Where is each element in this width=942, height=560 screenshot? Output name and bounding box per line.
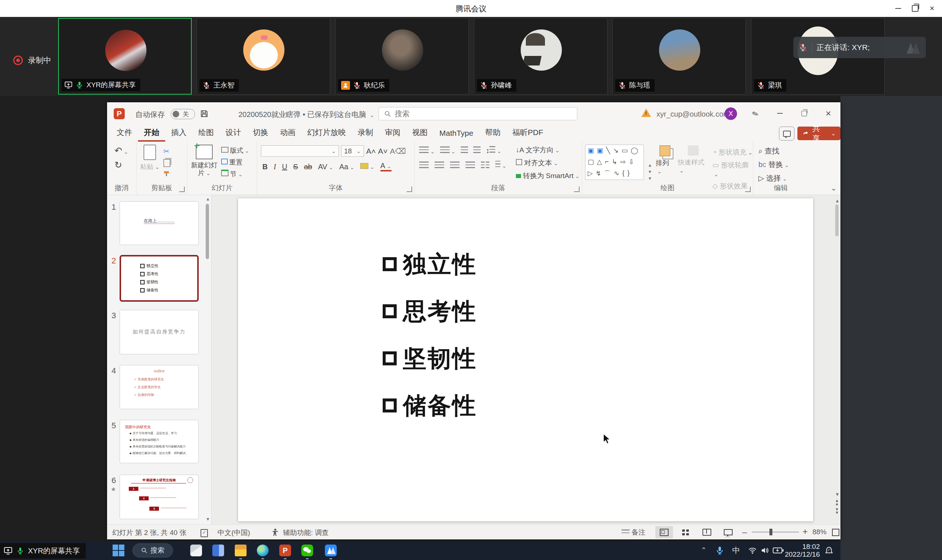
shapes-gallery[interactable]: ▣▣ ╲↘ ▭◯ ▢△ ⌐↳ ⇨⇩ ▷↯ ⌒∿ — [585, 145, 644, 180]
tab-foxit-pdf[interactable]: 福昕PDF — [506, 127, 549, 142]
justify-button[interactable] — [465, 162, 475, 169]
comments-button[interactable] — [779, 126, 794, 140]
screen-share-badge[interactable]: XYR的屏幕共享 — [0, 543, 86, 558]
tab-mathtype[interactable]: MathType — [434, 129, 479, 142]
slide-canvas[interactable]: 独立性 思考性 坚韧性 储备性 — [238, 198, 813, 522]
align-right-button[interactable] — [450, 162, 460, 169]
highlight-button[interactable] — [360, 163, 375, 170]
reading-view-button[interactable] — [698, 526, 716, 538]
tab-insert[interactable]: 插入 — [165, 127, 192, 142]
tab-help[interactable]: 帮助 — [479, 127, 506, 142]
document-title[interactable]: 20200520就业瞎弹 • 已保存到这台电脑 — [239, 110, 374, 120]
scroll-up-icon[interactable]: ▲ — [206, 197, 210, 202]
shape-outline-button[interactable]: ▭ 形状轮廓 — [713, 160, 753, 178]
next-slide-button[interactable]: ▼▼ — [835, 508, 839, 514]
select-button[interactable]: ▷ 选择 — [758, 173, 808, 183]
redo-button[interactable]: ↻ — [114, 160, 136, 170]
canvas-scrollbar[interactable]: ▲ ▼ ▲▲ ▼▼ — [834, 195, 840, 518]
participant-tile[interactable]: 陈与瑶 — [612, 18, 746, 95]
tab-transitions[interactable]: 切换 — [247, 127, 274, 142]
taskbar-search[interactable]: 搜索 — [132, 543, 173, 557]
tab-slideshow[interactable]: 幻灯片放映 — [302, 127, 352, 142]
collapse-ribbon-button[interactable]: ⌄ — [831, 184, 837, 192]
ime-indicator[interactable]: 中 — [732, 545, 740, 555]
slide-thumbnail-5[interactable]: 我眼中的研究生 关于与导师沟通、适应生活、学习 具有较强的编程能力 具有自我较强… — [120, 420, 199, 463]
font-size-combo[interactable]: 18 — [341, 145, 364, 157]
taskbar-clock[interactable]: 18:02 2022/12/16 — [783, 543, 820, 558]
share-button[interactable]: 共享 ⌄ — [797, 126, 840, 140]
slide-sorter-button[interactable] — [677, 526, 694, 538]
panel-scrollbar[interactable]: ▲ ▼ — [205, 197, 210, 523]
minimize-button[interactable] — [890, 0, 907, 17]
list-level-button[interactable] — [495, 161, 507, 169]
tab-file[interactable]: 文件 — [111, 127, 138, 142]
undo-button[interactable]: ↶ — [114, 145, 136, 156]
tencent-meeting-icon[interactable] — [325, 545, 337, 556]
scroll-down-icon[interactable]: ▼ — [206, 517, 210, 522]
tab-draw[interactable]: 绘图 — [192, 127, 220, 142]
zoom-slider-thumb[interactable] — [770, 529, 773, 535]
ribbon-display-options-icon[interactable]: ✎ — [751, 109, 760, 120]
participant-tile[interactable]: XYR的屏幕共享 — [58, 18, 192, 95]
language-indicator[interactable]: 中文(中国) — [217, 528, 250, 538]
dialog-launcher-icon[interactable] — [574, 186, 580, 192]
participant-tile[interactable]: 孙啸峰 — [474, 18, 608, 95]
start-button[interactable] — [112, 545, 125, 556]
text-direction-button[interactable]: ↓A 文字方向 — [516, 145, 580, 155]
tab-record[interactable]: 录制 — [352, 127, 379, 142]
slide-thumbnail-2[interactable]: 独立性 思考性 坚韧性 储备性 — [120, 255, 199, 302]
change-case-button[interactable]: Aa — [339, 163, 354, 171]
paste-button[interactable]: 粘贴 — [140, 145, 160, 177]
clear-formatting-button[interactable]: A⌫ — [390, 147, 406, 155]
tab-home[interactable]: 开始 — [138, 127, 165, 142]
notes-button[interactable]: 备注 — [622, 528, 645, 537]
close-button[interactable]: × — [924, 0, 940, 17]
widgets-icon[interactable] — [212, 545, 224, 556]
align-text-button[interactable]: 对齐文本 — [516, 158, 580, 168]
spellcheck-icon[interactable]: ✓ — [200, 528, 208, 537]
scroll-down-icon[interactable]: ▼ — [835, 492, 840, 497]
edge-browser-icon[interactable] — [257, 545, 269, 556]
ppt-close-button[interactable]: × — [820, 105, 836, 122]
zoom-slider-track[interactable] — [752, 532, 799, 532]
search-box[interactable]: 搜索 — [379, 107, 577, 120]
italic-button[interactable]: I — [273, 163, 276, 171]
tray-expand-icon[interactable]: ⌃ — [701, 546, 706, 554]
section-button[interactable]: 节 — [221, 169, 249, 178]
strikethrough-button[interactable]: ab — [304, 163, 312, 171]
shrink-font-button[interactable]: A˅ — [378, 147, 388, 155]
powerpoint-taskbar-icon[interactable]: P — [279, 545, 291, 556]
shadow-button[interactable]: S — [293, 163, 298, 171]
dialog-launcher-icon[interactable] — [745, 186, 751, 192]
align-left-button[interactable] — [419, 162, 429, 169]
dialog-launcher-icon[interactable] — [179, 186, 185, 192]
ppt-minimize-button[interactable] — [772, 105, 788, 122]
scrollbar-thumb[interactable] — [206, 204, 209, 259]
wifi-icon[interactable] — [748, 546, 757, 555]
tray-mic-icon[interactable] — [715, 545, 725, 555]
dialog-launcher-icon[interactable] — [406, 186, 412, 192]
cut-button[interactable]: ✂ — [163, 147, 171, 155]
file-explorer-icon[interactable] — [235, 545, 246, 556]
find-button[interactable]: ⌕ 查找 — [758, 146, 808, 156]
bullets-button[interactable] — [419, 146, 435, 155]
font-name-combo[interactable] — [261, 145, 339, 157]
task-view-icon[interactable] — [190, 545, 202, 556]
battery-icon[interactable] — [773, 547, 784, 554]
tab-view[interactable]: 视图 — [406, 127, 434, 142]
slide-thumbnail-4[interactable]: outline 导师眼里的研究生 企业眼里的学生 自身的经验 — [120, 365, 199, 409]
columns-button[interactable] — [481, 162, 489, 169]
slide-thumbnail-6[interactable]: 申请硕博士研究生指南 1 2 3 — [120, 475, 199, 519]
speaker-icon[interactable] — [760, 546, 770, 555]
align-center-button[interactable] — [434, 162, 444, 169]
autosave-toggle[interactable]: 关 — [171, 109, 195, 119]
slide-thumbnail-1[interactable]: 在路上………… — [120, 201, 199, 245]
participant-tile[interactable]: 耿纪乐 — [335, 18, 469, 95]
tab-animations[interactable]: 动画 — [274, 127, 302, 142]
shape-fill-button[interactable]: ◔ 形状填充 — [713, 148, 753, 157]
new-slide-button[interactable]: 新建幻灯片 — [190, 145, 218, 178]
numbering-button[interactable] — [440, 146, 456, 155]
font-color-button[interactable]: A — [380, 162, 391, 171]
layout-button[interactable]: 版式 — [221, 146, 249, 155]
decrease-indent-button[interactable] — [461, 146, 468, 155]
